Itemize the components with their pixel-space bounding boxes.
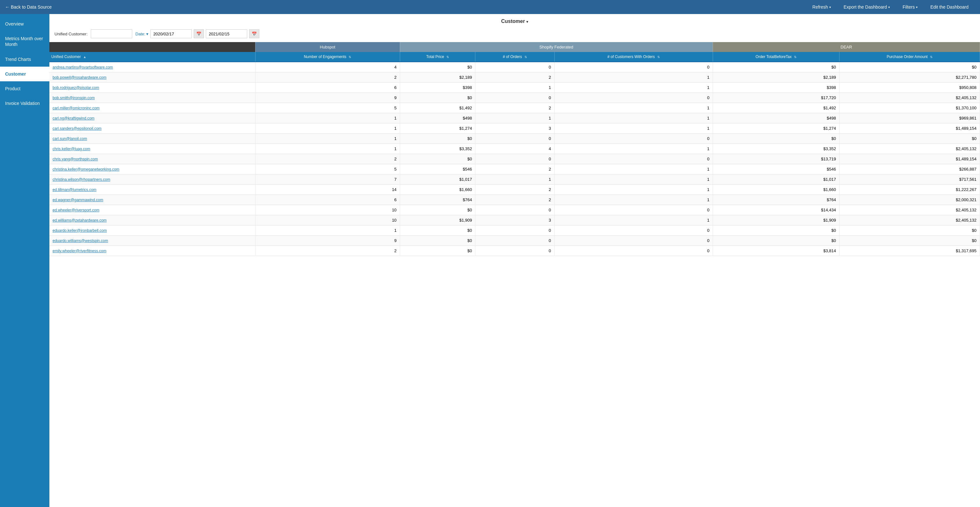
customer-email-cell[interactable]: andrea.martins@svartsoftware.com [49,62,255,72]
date-button[interactable]: Date: ▾ [135,32,148,37]
date-to-calendar-button[interactable]: 📅 [249,29,259,38]
engagements-cell: 6 [255,195,400,205]
customer-email-cell[interactable]: carl.miller@omicroninc.com [49,103,255,113]
engagements-cell: 2 [255,72,400,83]
table-row: ed.wagner@gammawind.com 6 $764 2 1 $764 … [49,195,980,205]
customers-with-orders-cell: 1 [554,123,713,134]
col-total-price[interactable]: Total Price ⇅ [400,52,475,62]
order-total-before-tax-cell: $17,720 [713,93,839,103]
purchase-order-amount-cell: $1,317,695 [839,246,980,256]
export-button[interactable]: Export the Dashboard ▾ [837,0,896,14]
table-row: eduardo.keller@ironbarbell.com 1 $0 0 0 … [49,225,980,236]
customer-email-cell[interactable]: eduardo.keller@ironbarbell.com [49,225,255,236]
order-total-before-tax-cell: $1,492 [713,103,839,113]
engagements-cell: 6 [255,83,400,93]
edit-dashboard-button[interactable]: Edit the Dashboard [924,0,975,14]
num-orders-cell: 2 [475,195,554,205]
date-from-calendar-button[interactable]: 📅 [194,29,204,38]
num-orders-cell: 0 [475,236,554,246]
customers-with-orders-cell: 1 [554,83,713,93]
sort-icon-cworders: ⇅ [657,55,660,59]
table-row: chris.yang@northspin.com 2 $0 0 0 $13,71… [49,154,980,164]
sidebar-item-customer[interactable]: Customer [0,67,49,81]
calendar-icon-2: 📅 [252,32,257,37]
col-engagements[interactable]: Number of Engagements ⇅ [255,52,400,62]
table-row: andrea.martins@svartsoftware.com 4 $0 0 … [49,62,980,72]
title-caret[interactable]: ▾ [526,20,528,24]
customer-email-cell[interactable]: carl.ng@kraftigwind.com [49,113,255,123]
order-total-before-tax-cell: $398 [713,83,839,93]
col-customers-with-orders[interactable]: # of Customers With Orders ⇅ [554,52,713,62]
back-link[interactable]: ← Back to Data Source [5,5,806,10]
order-total-before-tax-cell: $0 [713,225,839,236]
purchase-order-amount-cell: $2,405,132 [839,205,980,215]
dashboard-title: Customer ▾ [49,14,980,27]
col-order-total-before-tax[interactable]: Order TotalBeforeTax ⇅ [713,52,839,62]
customer-email-cell[interactable]: chris.keller@luag.com [49,144,255,154]
customers-with-orders-cell: 0 [554,236,713,246]
num-orders-cell: 0 [475,134,554,144]
nav-actions: Refresh ▾ Export the Dashboard ▾ Filters… [806,0,975,14]
sidebar-item-trend[interactable]: Trend Charts [0,52,49,67]
sort-icon-engagements: ⇅ [348,55,351,59]
customer-email-cell[interactable]: ed.williams@zetahardware.com [49,215,255,225]
col-unified-customer[interactable]: Unified Customer ▲ [49,52,255,62]
export-caret: ▾ [888,5,890,9]
customer-email-cell[interactable]: eduardo.williams@westspin.com [49,236,255,246]
num-orders-cell: 0 [475,225,554,236]
date-from-input[interactable] [150,29,192,38]
customer-email-cell[interactable]: christina.wilson@rhopartners.com [49,174,255,185]
sort-icon-orders: ⇅ [524,55,527,59]
order-total-before-tax-cell: $3,814 [713,246,839,256]
unified-customer-input[interactable] [91,29,132,38]
customer-email-cell[interactable]: bob.smith@ironspin.com [49,93,255,103]
purchase-order-amount-cell: $717,561 [839,174,980,185]
customer-email-cell[interactable]: ed.tillman@lumetrics.com [49,185,255,195]
customers-with-orders-cell: 0 [554,134,713,144]
col-num-orders[interactable]: # of Orders ⇅ [475,52,554,62]
sidebar-item-metrics[interactable]: Metrics Month over Month [0,31,49,52]
customer-email-cell[interactable]: emily.wheeler@riverfitness.com [49,246,255,256]
filters-caret: ▾ [916,5,918,9]
column-header-row: Unified Customer ▲ Number of Engagements… [49,52,980,62]
sidebar-item-product[interactable]: Product [0,81,49,96]
col-purchase-order-amount[interactable]: Purchase Order Amount ⇅ [839,52,980,62]
num-orders-cell: 3 [475,215,554,225]
table-row: bob.powell@rosahardware.com 2 $2,189 2 1… [49,72,980,83]
order-total-before-tax-cell: $13,719 [713,154,839,164]
num-orders-cell: 4 [475,144,554,154]
customer-email-cell[interactable]: ed.wheeler@riversport.com [49,205,255,215]
sidebar-item-invoice[interactable]: Invoice Validation [0,96,49,111]
customer-email-cell[interactable]: christina.keller@omeganetworking.com [49,164,255,174]
customer-email-cell[interactable]: carl.sanders@epsilonoil.com [49,123,255,134]
order-total-before-tax-cell: $2,189 [713,72,839,83]
refresh-button[interactable]: Refresh ▾ [806,0,837,14]
customers-with-orders-cell: 1 [554,174,713,185]
table-row: bob.rodriguez@pisolar.com 6 $398 1 1 $39… [49,83,980,93]
purchase-order-amount-cell: $2,405,132 [839,215,980,225]
purchase-order-amount-cell: $2,000,321 [839,195,980,205]
purchase-order-amount-cell: $2,405,132 [839,93,980,103]
sidebar-item-overview[interactable]: Overview [0,17,49,31]
num-orders-cell: 1 [475,83,554,93]
engagements-cell: 2 [255,154,400,164]
customer-email-cell[interactable]: bob.rodriguez@pisolar.com [49,83,255,93]
total-price-cell: $1,909 [400,215,475,225]
num-orders-cell: 2 [475,164,554,174]
customer-email-cell[interactable]: ed.wagner@gammawind.com [49,195,255,205]
customers-with-orders-cell: 0 [554,93,713,103]
purchase-order-amount-cell: $0 [839,236,980,246]
engagements-cell: 14 [255,185,400,195]
purchase-order-amount-cell: $1,370,100 [839,103,980,113]
customer-email-cell[interactable]: carl.sun@lanoil.com [49,134,255,144]
back-label: ← Back to Data Source [5,5,52,10]
total-price-cell: $0 [400,236,475,246]
data-table-container: Hubspot Shopify Federated DEAR Unified C… [49,42,980,256]
table-row: bob.smith@ironspin.com 9 $0 0 0 $17,720 … [49,93,980,103]
customer-email-cell[interactable]: chris.yang@northspin.com [49,154,255,164]
total-price-cell: $1,017 [400,174,475,185]
engagements-cell: 1 [255,134,400,144]
filters-button[interactable]: Filters ▾ [896,0,924,14]
customer-email-cell[interactable]: bob.powell@rosahardware.com [49,72,255,83]
date-to-input[interactable] [206,29,247,38]
